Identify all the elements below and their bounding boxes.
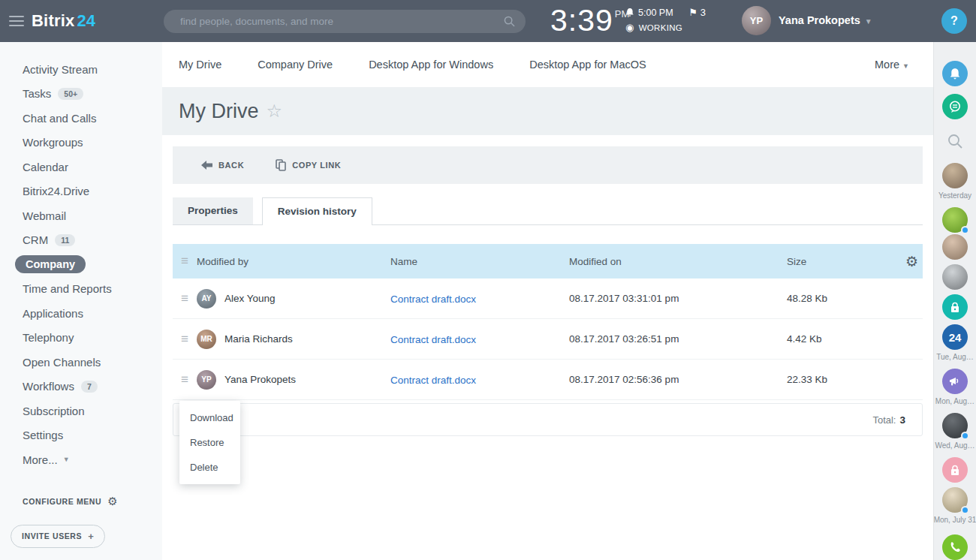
modified-by-cell: Maria Richards [224,333,293,345]
row-menu-handle-icon[interactable]: ≡ [181,332,188,346]
file-link[interactable]: Contract draft.docx [390,294,476,305]
sidebar-item-company[interactable]: Company [0,252,162,277]
flag-icon[interactable]: ⚑ 3 [689,7,706,18]
modified-by-cell: Yana Prokopets [224,374,296,385]
user-avatar[interactable]: YP [742,6,771,35]
configure-menu-label: CONFIGURE MENU [23,497,101,506]
sidebar-item-calendar[interactable]: Calendar [0,155,162,179]
phone-button[interactable] [942,534,968,560]
avatar: YP [197,370,216,390]
column-header-name[interactable]: Name [390,256,569,267]
search-input[interactable] [164,10,526,33]
plus-icon: + [88,531,94,542]
sidebar-item-tasks[interactable]: Tasks50+ [0,82,162,107]
sidebar-item-settings[interactable]: Settings [0,423,162,448]
open-lines-button[interactable] [942,94,968,119]
user-avatar-initials: YP [750,15,763,26]
sidebar-item-bitrix24-drive[interactable]: Bitrix24.Drive [0,179,162,204]
file-toolbar: BACK COPY LINK [173,146,923,184]
sidebar-item-workflows[interactable]: Workflows7 [0,375,162,399]
nav-my-drive[interactable]: My Drive [179,59,221,71]
column-header-modified-by[interactable]: Modified by [197,256,390,267]
notifications-button[interactable] [942,61,968,86]
context-menu-download[interactable]: Download [179,405,240,430]
help-button[interactable]: ? [941,8,967,34]
bitrix24-logo[interactable]: Bitrix24 [32,11,95,31]
sidebar-item-chat-and-calls[interactable]: Chat and Calls [0,106,162,131]
recent-chat-avatar[interactable] [942,413,968,438]
modified-by-cell: Alex Young [224,293,276,304]
sidebar-item-workgroups[interactable]: Workgroups [0,131,162,155]
tab-properties[interactable]: Properties [173,197,253,224]
table-row[interactable]: ≡ YP Yana Prokopets Contract draft.docx … [173,360,923,400]
table-settings-gear-icon[interactable]: ⚙ [905,254,918,269]
sidebar-item-label: Workgroups [23,136,83,149]
online-badge [961,432,969,440]
column-header-modified-on[interactable]: Modified on [569,256,787,267]
rail-search-button[interactable] [942,128,968,154]
hamburger-menu-icon[interactable] [9,16,24,26]
modified-on-cell: 08.17.2017 03:31:01 pm [569,293,787,304]
size-cell: 4.42 Kb [787,333,892,345]
context-menu-restore[interactable]: Restore [179,430,240,455]
column-header-size[interactable]: Size [787,256,892,267]
back-label: BACK [218,161,244,170]
user-menu[interactable]: Yana Prokopets▼ [779,14,872,26]
drag-handle-icon[interactable]: ≡ [181,254,188,268]
table-row[interactable]: ≡ AY Alex Young Contract draft.docx 08.1… [173,278,923,319]
copy-link-button[interactable]: COPY LINK [276,159,341,171]
table-row[interactable]: ≡ MR Maria Richards Contract draft.docx … [173,319,923,360]
alarm-time[interactable]: 5:00 PM [638,8,673,18]
top-header: Bitrix24 3:39 PM 5:00 PM ⚑ 3 ◉ WORKING Y… [0,0,976,42]
work-clock[interactable]: 3:39 PM [550,3,629,38]
configure-menu-button[interactable]: CONFIGURE MENU⚙ [23,495,162,508]
private-chat-button[interactable] [942,457,968,483]
b24-badge-label: 24 [949,331,962,344]
sidebar-item-open-channels[interactable]: Open Channels [0,350,162,375]
bitrix24-chat-button[interactable]: 24 [942,324,968,350]
row-menu-handle-icon[interactable]: ≡ [181,291,188,306]
nav-more[interactable]: More▼ [875,59,909,71]
chevron-down-icon: ▼ [865,17,872,26]
sidebar-item-label: Tasks [23,87,51,100]
drive-top-nav: My Drive Company Drive Desktop App for W… [162,42,933,87]
search-icon[interactable] [504,16,515,27]
sidebar-item-time-and-reports[interactable]: Time and Reports [0,277,162,302]
sidebar-item-telephony[interactable]: Telephony [0,326,162,351]
tab-revision-history[interactable]: Revision history [262,197,372,225]
avatar-initials: AY [202,294,212,303]
total-label: Total: [872,414,896,426]
file-link[interactable]: Contract draft.docx [390,334,476,345]
favorite-star-icon[interactable]: ☆ [267,101,283,122]
sidebar-item-label: Bitrix24.Drive [23,185,89,197]
recent-chat-avatar[interactable] [942,163,968,188]
invite-users-button[interactable]: INVITE USERS+ [11,525,105,548]
back-button[interactable]: BACK [201,161,244,170]
nav-desktop-app-windows[interactable]: Desktop App for Windows [369,59,493,71]
announcement-button[interactable] [942,369,968,394]
sidebar-item-webmail[interactable]: Webmail [0,203,162,228]
sidebar-item-label: More... [23,453,58,466]
logo-number: 24 [77,11,95,30]
sidebar-item-subscription[interactable]: Subscription [0,399,162,423]
row-menu-handle-icon[interactable]: ≡ [181,372,188,387]
sidebar-item-activity-stream[interactable]: Activity Stream [0,57,162,82]
nav-company-drive[interactable]: Company Drive [258,59,333,71]
context-menu-delete[interactable]: Delete [179,455,240,480]
sidebar-item-applications[interactable]: Applications [0,301,162,326]
modified-on-cell: 08.17.2017 03:26:51 pm [569,333,787,345]
private-chat-button[interactable] [942,294,968,320]
sidebar-item-more[interactable]: More...▼ [0,447,162,472]
sidebar-item-crm[interactable]: CRM11 [0,228,162,253]
sidebar-item-label: Open Channels [23,356,101,369]
nav-desktop-app-macos[interactable]: Desktop App for MacOS [529,59,646,71]
rail-date-label: Mon, July 31 [934,516,976,524]
recent-chat-avatar[interactable] [942,234,968,260]
recent-chat-avatar[interactable] [942,264,968,290]
chat-bubble-icon [948,100,962,113]
recent-chat-avatar[interactable] [942,207,968,233]
working-status-label[interactable]: WORKING [639,23,682,32]
logo-brand: Bitrix [32,11,74,30]
recent-chat-avatar[interactable] [942,487,968,513]
file-link[interactable]: Contract draft.docx [390,375,476,386]
